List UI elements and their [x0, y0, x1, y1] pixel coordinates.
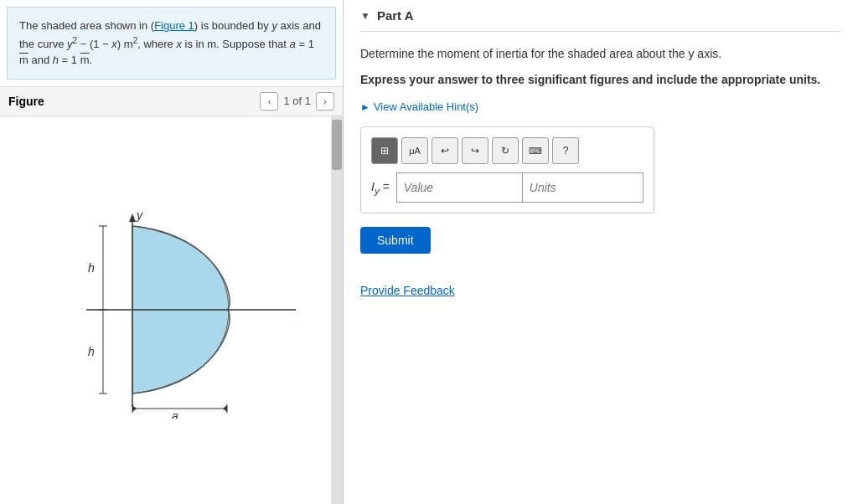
input-row: Iy =	[371, 172, 644, 203]
hint-label: View Available Hint(s)	[374, 100, 478, 113]
next-button[interactable]: ›	[316, 92, 334, 111]
figure-title: Figure	[8, 95, 44, 108]
hint-link[interactable]: ► View Available Hint(s)	[360, 100, 841, 113]
figure-link[interactable]: Figure 1	[154, 19, 194, 32]
submit-button[interactable]: Submit	[360, 227, 431, 254]
hint-arrow-icon: ►	[360, 101, 370, 113]
toolbar: ⊞ μA ↩ ↪ ↻ ⌨ ?	[371, 137, 644, 164]
undo-button[interactable]: ↩	[432, 137, 458, 164]
figure-header: Figure ‹ 1 of 1 ›	[0, 86, 343, 116]
refresh-button[interactable]: ↻	[492, 137, 519, 164]
svg-marker-17	[223, 405, 227, 412]
svg-text:h: h	[88, 261, 95, 275]
matrix-button[interactable]: ⊞	[371, 137, 398, 164]
feedback-link[interactable]: Provide Feedback	[360, 284, 455, 297]
matrix-icon: ⊞	[380, 145, 389, 157]
redo-button[interactable]: ↪	[462, 137, 488, 164]
svg-text:x: x	[295, 311, 296, 325]
figure-container: y x h h	[0, 116, 343, 504]
answer-box: ⊞ μA ↩ ↪ ↻ ⌨ ? Iy =	[360, 126, 654, 213]
scroll-thumb	[332, 120, 342, 170]
keyboard-button[interactable]: ⌨	[522, 137, 549, 164]
refresh-icon: ↻	[501, 145, 509, 157]
figure-nav: ‹ 1 of 1 ›	[260, 92, 334, 111]
page-indicator: 1 of 1	[283, 95, 311, 107]
value-input[interactable]	[396, 172, 522, 203]
prev-button[interactable]: ‹	[260, 92, 278, 111]
bold-instruction: Express your answer to three significant…	[360, 71, 841, 89]
right-panel: ▼ Part A Determine the moment of inertia…	[344, 0, 858, 504]
left-panel: The shaded area shown in (Figure 1) is b…	[0, 0, 344, 504]
part-title: Part A	[377, 8, 414, 23]
figure-svg-area: y x h h	[0, 116, 331, 504]
keyboard-icon: ⌨	[529, 146, 542, 157]
part-toggle-icon[interactable]: ▼	[360, 10, 370, 22]
units-input[interactable]	[522, 172, 644, 203]
figure-svg: y x h h	[36, 201, 296, 419]
part-header: ▼ Part A	[360, 0, 841, 32]
help-button[interactable]: ?	[552, 137, 579, 164]
submit-row: Submit	[360, 227, 841, 270]
svg-marker-16	[132, 405, 137, 412]
mu-button[interactable]: μA	[401, 137, 428, 164]
mu-icon: μA	[409, 146, 421, 156]
svg-marker-1	[129, 213, 136, 222]
figure-scrollbar[interactable]	[331, 116, 343, 504]
svg-text:y: y	[136, 208, 143, 222]
svg-text:h: h	[88, 345, 95, 358]
redo-icon: ↪	[471, 145, 479, 157]
question-text: Determine the moment of inertia for the …	[360, 45, 841, 63]
description-text: The shaded area shown in (Figure 1) is b…	[19, 19, 321, 66]
input-label: Iy =	[371, 180, 390, 196]
svg-text:a: a	[172, 409, 178, 419]
undo-icon: ↩	[441, 145, 449, 157]
help-icon: ?	[563, 145, 569, 157]
problem-description: The shaded area shown in (Figure 1) is b…	[7, 7, 336, 80]
